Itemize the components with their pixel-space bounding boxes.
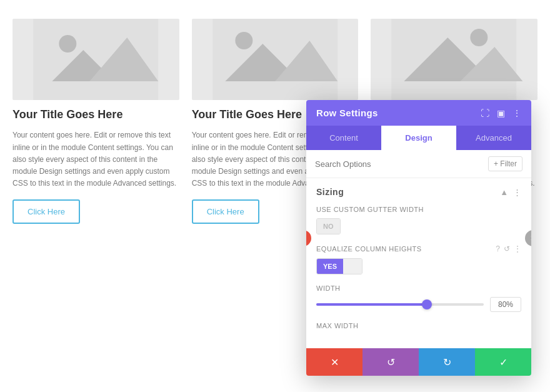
tab-design[interactable]: Design xyxy=(381,126,456,150)
more-setting-icon[interactable]: ⋮ xyxy=(514,244,521,253)
panel-tabs: Content Design Advanced xyxy=(306,126,531,150)
filter-button[interactable]: + Filter xyxy=(488,156,522,171)
gutter-toggle-wrap: NO xyxy=(316,218,521,234)
equalize-toggle[interactable]: YES xyxy=(316,258,362,274)
equalize-toggle-wrap: YES xyxy=(316,258,521,274)
width-label: Width xyxy=(316,284,521,292)
width-slider-fill xyxy=(316,303,425,306)
cancel-button[interactable]: ✕ xyxy=(306,348,362,376)
equalize-label: Equalize Column Heights xyxy=(316,245,422,253)
equalize-yes-label: YES xyxy=(317,259,343,274)
sizing-title: Sizing xyxy=(316,187,344,197)
gutter-no-label: NO xyxy=(317,219,340,234)
tab-advanced[interactable]: Advanced xyxy=(456,126,531,150)
search-input[interactable] xyxy=(315,159,483,169)
width-slider-row: 80% xyxy=(316,297,521,312)
card-1-title: Your Title Goes Here xyxy=(12,108,179,122)
width-slider-thumb[interactable] xyxy=(422,299,432,309)
row-settings-panel: 1 ✕ Row Settings ⛶ ▣ ⋮ Content Design Ad… xyxy=(306,100,531,376)
panel-search: + Filter xyxy=(306,150,531,178)
sizing-section-header: Sizing ▲ ⋮ xyxy=(316,187,521,197)
equalize-setting: Equalize Column Heights ? ↺ ⋮ YES xyxy=(316,244,521,274)
equalize-no-label xyxy=(343,259,362,274)
panel-footer: ✕ ↺ ↻ ✓ xyxy=(306,348,531,376)
gutter-label: Use Custom Gutter Width xyxy=(316,206,521,213)
tab-content[interactable]: Content xyxy=(306,126,381,150)
reset-icon[interactable]: ↺ xyxy=(504,244,510,253)
columns-icon[interactable]: ▣ xyxy=(497,108,505,118)
width-slider-track[interactable] xyxy=(316,303,484,306)
more-icon[interactable]: ⋮ xyxy=(512,108,521,118)
undo-button[interactable]: ↺ xyxy=(362,348,419,376)
card-2-button[interactable]: Click Here xyxy=(192,199,259,224)
panel-header-icons: ⛶ ▣ ⋮ xyxy=(481,108,521,118)
max-width-setting: Max Width xyxy=(316,322,521,329)
collapse-icon[interactable]: ▲ xyxy=(500,188,508,197)
card-1-text: Your content goes here. Edit or remove t… xyxy=(12,129,179,189)
main-content: Your Title Goes Here Your content goes h… xyxy=(0,0,550,392)
equalize-label-row: Equalize Column Heights ? ↺ ⋮ xyxy=(316,244,521,253)
redo-button[interactable]: ↻ xyxy=(419,348,475,376)
max-width-label: Max Width xyxy=(316,322,521,329)
gutter-toggle[interactable]: NO xyxy=(316,218,341,234)
section-controls: ▲ ⋮ xyxy=(500,188,521,197)
panel-header: Row Settings ⛶ ▣ ⋮ xyxy=(306,100,531,126)
panel-title: Row Settings xyxy=(316,108,378,118)
card-1-button[interactable]: Click Here xyxy=(12,199,80,224)
gutter-setting: Use Custom Gutter Width NO xyxy=(316,206,521,234)
svg-point-3 xyxy=(59,35,76,53)
card-1-image xyxy=(12,19,179,100)
svg-point-7 xyxy=(235,32,252,49)
width-value[interactable]: 80% xyxy=(490,297,521,312)
card-2-image xyxy=(192,19,359,100)
svg-point-11 xyxy=(471,29,488,46)
help-icon[interactable]: ? xyxy=(496,244,500,253)
section-more-icon[interactable]: ⋮ xyxy=(513,188,521,197)
equalize-icons: ? ↺ ⋮ xyxy=(496,244,521,253)
card-3-image xyxy=(371,19,538,100)
card-1: Your Title Goes Here Your content goes h… xyxy=(12,19,179,379)
fullscreen-icon[interactable]: ⛶ xyxy=(481,108,489,118)
width-setting: Width 80% xyxy=(316,284,521,312)
save-button[interactable]: ✓ xyxy=(475,348,531,376)
panel-body: Sizing ▲ ⋮ Use Custom Gutter Width NO E xyxy=(306,178,531,348)
